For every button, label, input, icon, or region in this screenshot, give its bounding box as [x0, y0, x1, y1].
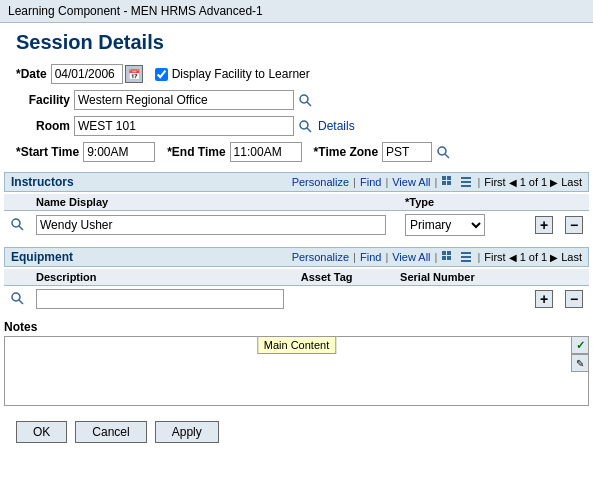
instructors-next[interactable]: ▶: [549, 177, 559, 188]
equipment-remove-button[interactable]: −: [565, 290, 583, 308]
equipment-prev[interactable]: ◀: [508, 252, 518, 263]
timezone-search-icon[interactable]: [434, 143, 452, 161]
end-time-input[interactable]: [230, 142, 302, 162]
notes-spell-check-button[interactable]: ✓: [571, 336, 589, 354]
instructors-prev[interactable]: ◀: [508, 177, 518, 188]
equipment-row-search[interactable]: [4, 286, 30, 313]
room-search-icon[interactable]: [296, 117, 314, 135]
equipment-personalize[interactable]: Personalize: [292, 251, 349, 263]
svg-point-13: [12, 219, 20, 227]
svg-rect-17: [442, 256, 446, 260]
equipment-controls: Personalize | Find | View All | | First …: [292, 250, 582, 264]
time-row: *Start Time *End Time *Time Zone: [16, 142, 577, 162]
display-facility-area: Display Facility to Learner: [155, 67, 310, 81]
equipment-col-description: Description: [30, 269, 295, 286]
svg-rect-16: [447, 251, 451, 255]
date-input[interactable]: [51, 64, 123, 84]
instructor-name-input[interactable]: [36, 215, 386, 235]
title-bar-text: Learning Component - MEN HRMS Advanced-1: [8, 4, 263, 18]
instructors-col-remove: [559, 194, 589, 211]
footer-buttons: OK Cancel Apply: [0, 413, 593, 451]
facility-label: Facility: [16, 93, 70, 107]
instructors-add-button[interactable]: +: [535, 216, 553, 234]
notes-label: Notes: [4, 320, 589, 334]
facility-row: Facility: [16, 90, 577, 110]
instructors-title: Instructors: [11, 175, 74, 189]
instructor-name-cell: [30, 211, 399, 240]
timezone-label: *Time Zone: [314, 145, 378, 159]
details-link[interactable]: Details: [318, 119, 355, 133]
equipment-serial-cell: [394, 286, 529, 313]
instructors-last[interactable]: Last: [561, 176, 582, 188]
svg-rect-10: [461, 177, 471, 179]
notes-section: Notes Main Content ✓ ✎: [0, 320, 593, 409]
instructors-first[interactable]: First: [484, 176, 505, 188]
display-facility-label: Display Facility to Learner: [172, 67, 310, 81]
instructors-view-all[interactable]: View All: [392, 176, 430, 188]
start-time-input[interactable]: [83, 142, 155, 162]
room-input[interactable]: [74, 116, 294, 136]
svg-rect-21: [461, 260, 471, 262]
svg-rect-8: [442, 181, 446, 185]
instructors-remove-button[interactable]: −: [565, 216, 583, 234]
facility-input[interactable]: [74, 90, 294, 110]
equipment-add-button[interactable]: +: [535, 290, 553, 308]
svg-line-3: [307, 128, 311, 132]
equipment-description-input[interactable]: [36, 289, 284, 309]
end-time-label: *End Time: [167, 145, 225, 159]
svg-line-14: [19, 226, 23, 230]
equipment-next[interactable]: ▶: [549, 252, 559, 263]
cancel-button[interactable]: Cancel: [75, 421, 146, 443]
timezone-input[interactable]: [382, 142, 432, 162]
instructors-row-search[interactable]: [4, 211, 30, 240]
ok-button[interactable]: OK: [16, 421, 67, 443]
instructor-type-select[interactable]: Primary Secondary: [405, 214, 485, 236]
equipment-table: Description Asset Tag Serial Number +: [4, 269, 589, 312]
title-bar: Learning Component - MEN HRMS Advanced-1: [0, 0, 593, 23]
equipment-last[interactable]: Last: [561, 251, 582, 263]
equipment-title: Equipment: [11, 250, 73, 264]
date-label: *Date: [16, 67, 47, 81]
equipment-header: Equipment Personalize | Find | View All …: [4, 247, 589, 267]
display-facility-checkbox[interactable]: [155, 68, 168, 81]
table-row: Primary Secondary + −: [4, 211, 589, 240]
svg-point-4: [438, 147, 446, 155]
equipment-remove-cell: −: [559, 286, 589, 313]
instructors-table: Name Display *Type Primary Secondary: [4, 194, 589, 239]
equipment-first[interactable]: First: [484, 251, 505, 263]
svg-rect-12: [461, 185, 471, 187]
svg-rect-18: [447, 256, 451, 260]
svg-rect-9: [447, 181, 451, 185]
svg-point-22: [12, 293, 20, 301]
equipment-grid-icon: [441, 250, 455, 264]
instructors-col-type: *Type: [399, 194, 529, 211]
equipment-list-icon: [459, 250, 473, 264]
equipment-col-asset: Asset Tag: [295, 269, 394, 286]
instructors-controls: Personalize | Find | View All | | First …: [292, 175, 582, 189]
instructors-grid-icon: [441, 175, 455, 189]
apply-button[interactable]: Apply: [155, 421, 219, 443]
equipment-view-all[interactable]: View All: [392, 251, 430, 263]
start-time-label: *Start Time: [16, 145, 79, 159]
notes-edit-button[interactable]: ✎: [571, 354, 589, 372]
equipment-pagination: First ◀ 1 of 1 ▶ Last: [484, 251, 582, 263]
svg-line-1: [307, 102, 311, 106]
instructors-personalize[interactable]: Personalize: [292, 176, 349, 188]
svg-point-2: [300, 121, 308, 129]
page-title: Session Details: [0, 23, 593, 60]
instructors-add-cell: +: [529, 211, 559, 240]
equipment-col-search: [4, 269, 30, 286]
equipment-section: Equipment Personalize | Find | View All …: [0, 247, 593, 312]
equipment-add-cell: +: [529, 286, 559, 313]
instructors-section: Instructors Personalize | Find | View Al…: [0, 172, 593, 239]
notes-wrapper: Main Content ✓ ✎: [4, 336, 589, 409]
room-row: Room Details: [16, 116, 577, 136]
svg-rect-15: [442, 251, 446, 255]
instructors-find[interactable]: Find: [360, 176, 381, 188]
equipment-find[interactable]: Find: [360, 251, 381, 263]
room-label: Room: [16, 119, 70, 133]
facility-search-icon[interactable]: [296, 91, 314, 109]
instructors-col-add: [529, 194, 559, 211]
calendar-button[interactable]: 📅: [125, 65, 143, 83]
instructors-page-info: 1 of 1: [520, 176, 548, 188]
